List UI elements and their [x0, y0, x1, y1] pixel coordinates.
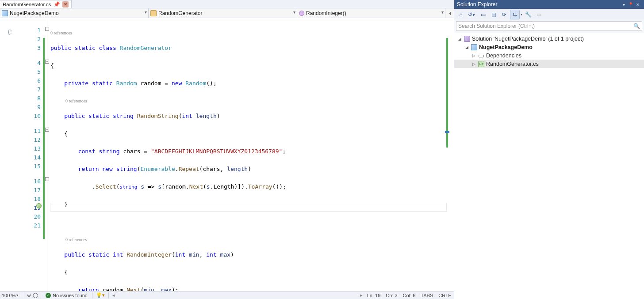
home-icon[interactable]: ⌂	[456, 10, 466, 19]
member-name: RandomInteger()	[306, 10, 346, 16]
scroll-left-icon[interactable]: ◂	[111, 292, 117, 298]
split-editor-icon[interactable]: ⫞	[445, 8, 454, 18]
solution-node[interactable]: ◢ Solution 'NugetPackageDemo' (1 of 1 pr…	[454, 34, 644, 43]
solution-explorer-toolbar: ⌂ ↺▾ ▭ ▤ ⟳ ⇆ ▾ 🔧 ▭	[454, 9, 644, 20]
fold-toggle[interactable]: −	[45, 177, 49, 181]
panel-options-icon[interactable]: ▾	[620, 2, 627, 7]
codelens-references[interactable]: 0 references	[50, 235, 454, 242]
health-icon[interactable]: ⊕	[26, 292, 32, 298]
expand-toggle[interactable]: ▷	[471, 62, 476, 66]
code-folding-bar[interactable]: − − − −	[44, 18, 50, 291]
code-editor[interactable]: 0 references public static class RandomG…	[50, 18, 454, 291]
codelens-references[interactable]: 0 references	[50, 97, 454, 103]
quick-action-icon[interactable]	[36, 203, 42, 208]
close-icon[interactable]: ✕	[634, 2, 641, 7]
panel-title: Solution Explorer	[457, 1, 497, 8]
collapse-all-icon[interactable]: ▭	[478, 10, 488, 19]
tab-filename: RandomGenerator.cs	[3, 2, 51, 7]
project-name: NugetPackageDemo	[10, 10, 59, 16]
solution-explorer-titlebar[interactable]: Solution Explorer ▾ 📍 ✕	[454, 0, 644, 9]
expand-toggle[interactable]: ▷	[471, 53, 476, 58]
chevron-down-icon: ▾	[293, 10, 295, 15]
solution-tree[interactable]: ◢ Solution 'NugetPackageDemo' (1 of 1 pr…	[454, 33, 644, 299]
search-placeholder: Search Solution Explorer (Ctrl+;)	[458, 23, 535, 29]
line-number-gutter: 1 2 3 4 5 6 7 8 9 10 11 12 13 14 15 16 1…	[9, 18, 44, 291]
scroll-right-icon[interactable]: ▸	[358, 292, 364, 298]
refresh-icon[interactable]: ⟳	[499, 10, 509, 19]
file-tab[interactable]: RandomGenerator.cs 📌 ✕	[0, 0, 72, 8]
zoom-level[interactable]: 100 %▾	[0, 293, 22, 298]
expand-toggle[interactable]: ◢	[464, 45, 469, 49]
ok-icon: ✓	[46, 293, 51, 298]
class-icon	[150, 10, 157, 16]
project-selector[interactable]: NugetPackageDemo ▾	[0, 8, 149, 18]
expand-toggle[interactable]: ◢	[457, 37, 462, 41]
solution-search-input[interactable]: Search Solution Explorer (Ctrl+;) 🔍	[456, 21, 642, 31]
show-all-files-icon[interactable]: ▤	[489, 10, 498, 19]
fold-toggle[interactable]: −	[45, 27, 49, 31]
health-icon[interactable]: ◯	[32, 292, 39, 298]
properties-icon[interactable]: 🔧	[523, 10, 533, 19]
solution-icon	[464, 36, 470, 42]
error-list-status[interactable]: ✓ No issues found	[43, 293, 90, 298]
caret-line[interactable]: Ln: 19	[364, 293, 383, 298]
dependencies-icon	[478, 53, 484, 59]
scope-indicator-icon[interactable]: {⫶	[8, 29, 16, 36]
sync-with-active-icon[interactable]: ⇆	[510, 10, 520, 19]
codelens-references[interactable]: 0 references	[50, 29, 454, 35]
indent-mode[interactable]: TABS	[418, 293, 436, 298]
method-icon	[299, 11, 304, 16]
editor-status-bar: 100 %▾ ⊕ ◯ ✓ No issues found 💡▾ ◂ ▸ Ln: …	[0, 291, 454, 299]
close-tab-icon[interactable]: ✕	[62, 1, 69, 8]
preview-icon[interactable]: ▭	[534, 10, 544, 19]
caret-char[interactable]: Ch: 3	[383, 293, 400, 298]
lightbulb-icon[interactable]: 💡▾	[94, 292, 107, 298]
line-ending[interactable]: CRLF	[436, 293, 454, 298]
caret-col[interactable]: Col: 6	[400, 293, 418, 298]
csharp-file-icon: C#	[478, 61, 484, 67]
class-selector[interactable]: RandomGenerator ▾	[149, 8, 297, 18]
project-node[interactable]: ◢ NugetPackageDemo	[454, 43, 644, 51]
pin-icon[interactable]: 📌	[54, 1, 60, 8]
csharp-project-icon	[2, 10, 8, 16]
fold-toggle[interactable]: −	[45, 60, 49, 64]
chevron-down-icon: ▾	[441, 10, 444, 15]
back-icon[interactable]: ↺▾	[467, 10, 476, 19]
fold-toggle[interactable]: −	[45, 128, 49, 132]
csharp-project-icon	[471, 44, 477, 50]
pin-icon[interactable]: 📍	[627, 2, 634, 7]
member-selector[interactable]: RandomInteger() ▾	[297, 8, 445, 18]
chevron-down-icon: ▾	[145, 10, 147, 15]
file-node[interactable]: ▷ C# RandomGenerator.cs	[454, 60, 644, 68]
search-icon[interactable]: 🔍	[633, 23, 640, 29]
class-name: RandomGenerator	[158, 10, 202, 16]
dependencies-node[interactable]: ▷ Dependencies	[454, 51, 644, 60]
